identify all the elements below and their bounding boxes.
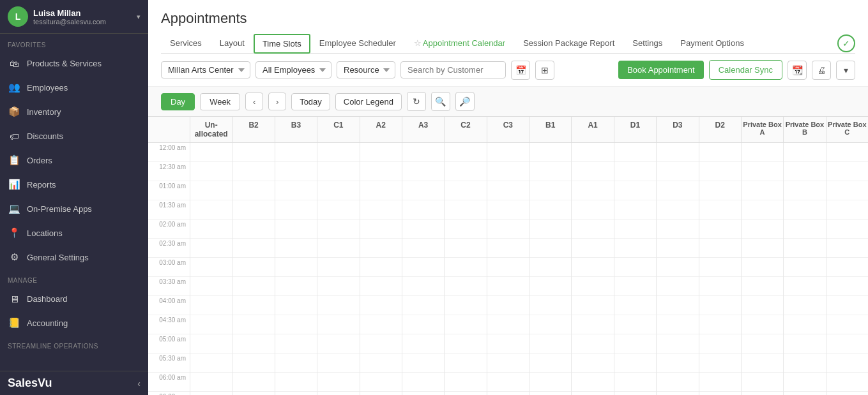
calendar-cell[interactable] [360,277,402,296]
calendar-cell[interactable] [402,181,444,200]
calendar-cell[interactable] [614,373,656,392]
calendar-cell[interactable] [699,354,741,373]
calendar-cell[interactable] [444,181,486,200]
calendar-cell[interactable] [360,354,402,373]
calendar-cell[interactable] [444,315,486,334]
calendar-cell[interactable] [275,373,317,392]
calendar-cell[interactable] [190,143,232,162]
calendar-cell[interactable] [190,162,232,181]
calendar-cell[interactable] [699,334,741,354]
calendar-cell[interactable] [190,392,232,395]
calendar-cell[interactable] [656,143,698,162]
calendar-cell[interactable] [487,181,529,200]
calendar-cell[interactable] [275,181,317,200]
calendar-cell[interactable] [529,277,571,296]
calendar-cell[interactable] [826,296,868,315]
calendar-cell[interactable] [190,315,232,334]
calendar-cell[interactable] [741,315,783,334]
calendar-cell[interactable] [571,181,613,200]
calendar-cell[interactable] [656,162,698,181]
calendar-cell[interactable] [317,373,359,392]
calendar-cell[interactable] [444,373,486,392]
calendar-cell[interactable] [699,392,741,395]
calendar-cell[interactable] [317,239,359,258]
calendar-cell[interactable] [190,181,232,200]
calendar-cell[interactable] [826,373,868,392]
calendar-cell[interactable] [699,200,741,220]
calendar-cell[interactable] [402,354,444,373]
calendar-cell[interactable] [783,354,825,373]
print-button[interactable]: 🖨 [812,61,831,80]
calendar-cell[interactable] [783,392,825,395]
calendar-cell[interactable] [317,315,359,334]
calendar-cell[interactable] [783,200,825,220]
calendar-cell[interactable] [360,258,402,277]
calendar-cell[interactable] [275,239,317,258]
sidebar-item-accounting[interactable]: 📒 Accounting [0,311,148,335]
calendar-cell[interactable] [783,162,825,181]
calendar-cell[interactable] [656,296,698,315]
calendar-cell[interactable] [487,296,529,315]
calendar-cell[interactable] [699,162,741,181]
calendar-cell[interactable] [190,200,232,220]
calendar-cell[interactable] [360,315,402,334]
calendar-cell[interactable] [699,315,741,334]
calendar-cell[interactable] [741,354,783,373]
calendar-cell[interactable] [741,296,783,315]
calendar-cell[interactable] [402,392,444,395]
calendar-cell[interactable] [275,162,317,181]
calendar-cell[interactable] [741,373,783,392]
refresh-button[interactable]: ↻ [407,92,426,111]
sidebar-collapse-button[interactable]: ‹ [137,378,141,389]
calendar-cell[interactable] [360,181,402,200]
calendar-cell[interactable] [275,296,317,315]
calendar-cell[interactable] [444,162,486,181]
calendar-cell[interactable] [614,162,656,181]
calendar-cell[interactable] [360,200,402,220]
calendar-cell[interactable] [741,392,783,395]
calendar-cell[interactable] [360,239,402,258]
calendar-cell[interactable] [826,162,868,181]
calendar-cell[interactable] [741,200,783,220]
calendar-cell[interactable] [741,181,783,200]
calendar-cell[interactable] [741,143,783,162]
calendar-cell[interactable] [826,200,868,220]
calendar-sync-button[interactable]: Calendar Sync [709,60,782,80]
calendar-cell[interactable] [275,143,317,162]
tab-payment-options[interactable]: Payment Options [671,33,753,53]
calendar-cell[interactable] [783,373,825,392]
calendar-icon-button[interactable]: 📅 [511,61,530,80]
calendar-cell[interactable] [190,239,232,258]
calendar-cell[interactable] [656,200,698,220]
day-view-button[interactable]: Day [161,93,195,110]
calendar-cell[interactable] [656,220,698,239]
calendar-cell[interactable] [487,220,529,239]
calendar-cell[interactable] [656,239,698,258]
calendar-cell[interactable] [317,162,359,181]
calendar-cell[interactable] [232,162,274,181]
sidebar-item-products-services[interactable]: 🛍 Products & Services [0,51,148,75]
calendar-cell[interactable] [402,162,444,181]
sidebar-item-orders[interactable]: 📋 Orders [0,148,148,172]
calendar-cell[interactable] [571,162,613,181]
prev-button[interactable]: ‹ [245,93,263,110]
calendar-cell[interactable] [614,277,656,296]
calendar-cell[interactable] [656,354,698,373]
calendar-cell[interactable] [360,143,402,162]
calendar-cell[interactable] [402,200,444,220]
calendar-cell[interactable] [444,220,486,239]
calendar-cell[interactable] [656,392,698,395]
next-button[interactable]: › [268,93,286,110]
calendar-cell[interactable] [402,220,444,239]
calendar-cell[interactable] [444,258,486,277]
calendar-cell[interactable] [614,315,656,334]
calendar-cell[interactable] [360,162,402,181]
calendar-cell[interactable] [529,392,571,395]
tab-time-slots[interactable]: Time Slots [254,34,310,54]
calendar-cell[interactable] [232,296,274,315]
calendar-cell[interactable] [317,220,359,239]
calendar-cell[interactable] [614,239,656,258]
calendar-cell[interactable] [741,258,783,277]
sidebar-item-locations[interactable]: 📍 Locations [0,221,148,245]
calendar-cell[interactable] [571,354,613,373]
